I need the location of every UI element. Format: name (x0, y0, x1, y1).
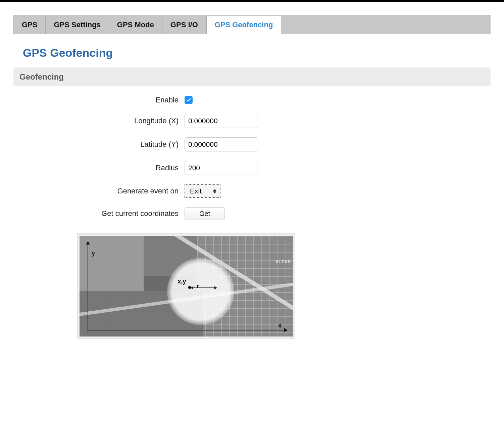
check-icon (186, 97, 191, 103)
geofence-map-frame: y x x,y r ALEKS (77, 233, 295, 339)
enable-label: Enable (13, 96, 185, 104)
page-title: GPS Geofencing (23, 46, 491, 59)
latitude-input[interactable] (185, 137, 258, 151)
geofence-circle-icon (167, 258, 234, 325)
x-axis-label: x (278, 322, 282, 329)
get-coordinates-label: Get current coordinates (13, 209, 185, 218)
event-label: Generate event on (13, 187, 185, 195)
radius-arrow-icon (191, 287, 216, 288)
tabs-bar: GPS GPS Settings GPS Mode GPS I/O GPS Ge… (13, 15, 491, 34)
y-axis-icon (88, 242, 88, 332)
tab-gps-geofencing[interactable]: GPS Geofencing (206, 15, 282, 34)
tab-gps-io[interactable]: GPS I/O (162, 15, 206, 34)
center-label: x,y (178, 278, 186, 285)
tab-gps-mode[interactable]: GPS Mode (109, 15, 162, 34)
enable-checkbox[interactable] (185, 96, 193, 104)
radius-input[interactable] (185, 161, 258, 175)
event-select-value: Exit (190, 187, 202, 195)
tab-gps[interactable]: GPS (13, 15, 46, 34)
y-axis-label: y (92, 250, 95, 257)
geofencing-form: Enable Longitude (X) Latitude (Y) Radius (13, 96, 491, 220)
event-select[interactable]: Exit (185, 184, 220, 198)
tab-gps-settings[interactable]: GPS Settings (46, 15, 109, 34)
latitude-label: Latitude (Y) (13, 140, 185, 149)
longitude-label: Longitude (X) (13, 117, 185, 125)
longitude-input[interactable] (185, 114, 258, 128)
map-edge-label: ALEKS (275, 259, 291, 264)
radius-label: Radius (13, 164, 185, 172)
tabs-filler (281, 15, 491, 34)
geofence-map: y x x,y r ALEKS (80, 236, 293, 337)
chevron-updown-icon (213, 189, 216, 193)
get-button[interactable]: Get (185, 207, 225, 220)
section-header-geofencing: Geofencing (13, 68, 491, 86)
x-axis-icon (88, 330, 287, 330)
radius-label-on-map: r (197, 283, 199, 290)
